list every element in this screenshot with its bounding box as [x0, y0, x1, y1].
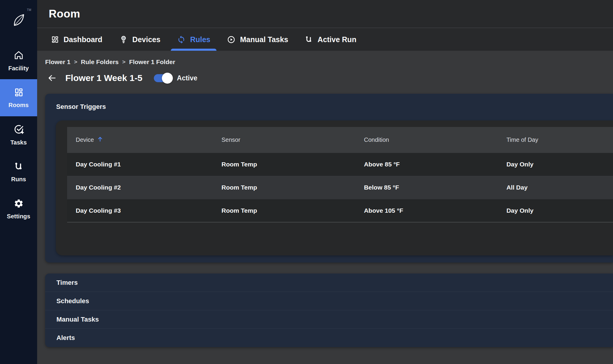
rule-name-title: Flower 1 Week 1-5 [65, 73, 143, 83]
tab-label: Manual Tasks [240, 35, 288, 44]
leaf-logo-icon [11, 12, 27, 30]
tab-label: Devices [132, 35, 161, 44]
column-header-device[interactable]: Device [67, 127, 213, 153]
route-icon [14, 161, 24, 173]
section-label: Manual Tasks [56, 316, 99, 323]
sidebar-item-settings[interactable]: Settings [0, 190, 37, 228]
breadcrumb-item[interactable]: Flower 1 [45, 58, 70, 66]
section-label: Timers [56, 279, 78, 287]
cell-condition: Above 85 °F [355, 153, 498, 176]
sidebar-item-label: Rooms [9, 102, 29, 109]
section-label: Alerts [56, 334, 75, 342]
sensor-triggers-table: Device Sensor Condition Time of Day [67, 127, 613, 222]
main-content: Flower 1 > Rule Folders > Flower 1 Folde… [37, 51, 613, 364]
tab-label: Rules [190, 35, 210, 44]
section-timers[interactable]: Timers [45, 274, 613, 292]
cell-sensor: Room Temp [213, 176, 356, 199]
section-label: Schedules [56, 297, 89, 305]
sensor-triggers-panel: Device Sensor Condition Time of Day [56, 120, 613, 255]
play-circle-icon [227, 35, 236, 44]
tab-active-run[interactable]: Active Run [298, 28, 363, 51]
tasks-check-plus-icon [13, 124, 24, 136]
cell-condition: Below 85 °F [355, 176, 498, 199]
tab-dashboard[interactable]: Dashboard [44, 28, 109, 51]
app-logo[interactable]: TM [0, 0, 37, 42]
tab-rules[interactable]: Rules [170, 28, 217, 51]
breadcrumb-item[interactable]: Flower 1 Folder [129, 58, 175, 66]
cell-sensor: Room Temp [213, 199, 356, 222]
dashboard-grid-icon [51, 35, 59, 44]
cell-device: Day Cooling #2 [67, 176, 213, 199]
home-icon [13, 50, 24, 62]
trademark-label: TM [27, 8, 31, 12]
tab-label: Dashboard [64, 35, 102, 44]
cell-device: Day Cooling #3 [67, 199, 213, 222]
cell-time-of-day: All Day [498, 176, 613, 199]
rule-title-row: Flower 1 Week 1-5 Active [45, 72, 613, 84]
active-toggle[interactable] [154, 74, 171, 82]
breadcrumb-separator: > [74, 59, 77, 65]
sidebar-item-runs[interactable]: Runs [0, 153, 37, 190]
lightbulb-icon [119, 35, 128, 44]
sidebar-item-label: Facility [8, 65, 29, 72]
sidebar-item-label: Settings [7, 213, 30, 220]
cell-device: Day Cooling #1 [67, 153, 213, 176]
collapsed-sections-card: Timers Schedules Manual Tasks Alerts [45, 274, 613, 347]
table-row[interactable]: Day Cooling #1 Room Temp Above 85 °F Day… [67, 153, 613, 176]
sidebar: TM Facility Rooms Tasks [0, 0, 37, 364]
active-toggle-label: Active [177, 74, 198, 82]
column-header-condition[interactable]: Condition [355, 127, 498, 153]
sidebar-item-label: Runs [11, 176, 26, 183]
column-header-time-of-day[interactable]: Time of Day [498, 127, 613, 153]
cell-time-of-day: Day Only [498, 199, 613, 222]
page-header: Room [37, 0, 613, 28]
sort-ascending-icon [97, 136, 103, 144]
tab-devices[interactable]: Devices [112, 28, 168, 51]
sensor-triggers-card: Sensor Triggers Device [45, 94, 613, 263]
breadcrumb-item[interactable]: Rule Folders [81, 58, 119, 66]
section-manual-tasks[interactable]: Manual Tasks [45, 310, 613, 329]
toggle-knob [162, 73, 173, 84]
page-title: Room [49, 8, 80, 20]
sync-icon [177, 35, 186, 44]
cell-condition: Above 105 °F [355, 199, 498, 222]
cell-sensor: Room Temp [213, 153, 356, 176]
gear-icon [14, 198, 24, 210]
table-header-row: Device Sensor Condition Time of Day [67, 127, 613, 153]
breadcrumb-separator: > [122, 59, 126, 65]
section-schedules[interactable]: Schedules [45, 292, 613, 310]
column-header-sensor[interactable]: Sensor [213, 127, 356, 153]
tab-manual-tasks[interactable]: Manual Tasks [220, 28, 295, 51]
back-arrow-icon[interactable] [47, 73, 57, 83]
sidebar-item-tasks[interactable]: Tasks [0, 116, 37, 153]
rooms-grid-icon [14, 87, 24, 98]
room-tabbar: Dashboard Devices Rules Manual Tasks [37, 28, 613, 51]
sidebar-item-rooms[interactable]: Rooms [0, 79, 37, 116]
table-row[interactable]: Day Cooling #3 Room Temp Above 105 °F Da… [67, 199, 613, 222]
sidebar-item-label: Tasks [10, 139, 27, 146]
breadcrumb: Flower 1 > Rule Folders > Flower 1 Folde… [45, 58, 613, 66]
section-alerts[interactable]: Alerts [45, 329, 613, 347]
sensor-triggers-title: Sensor Triggers [45, 94, 613, 111]
table-row[interactable]: Day Cooling #2 Room Temp Below 85 °F All… [67, 176, 613, 199]
sidebar-item-facility[interactable]: Facility [0, 42, 37, 79]
cell-time-of-day: Day Only [498, 153, 613, 176]
tab-label: Active Run [317, 35, 356, 44]
route-icon [305, 35, 313, 44]
